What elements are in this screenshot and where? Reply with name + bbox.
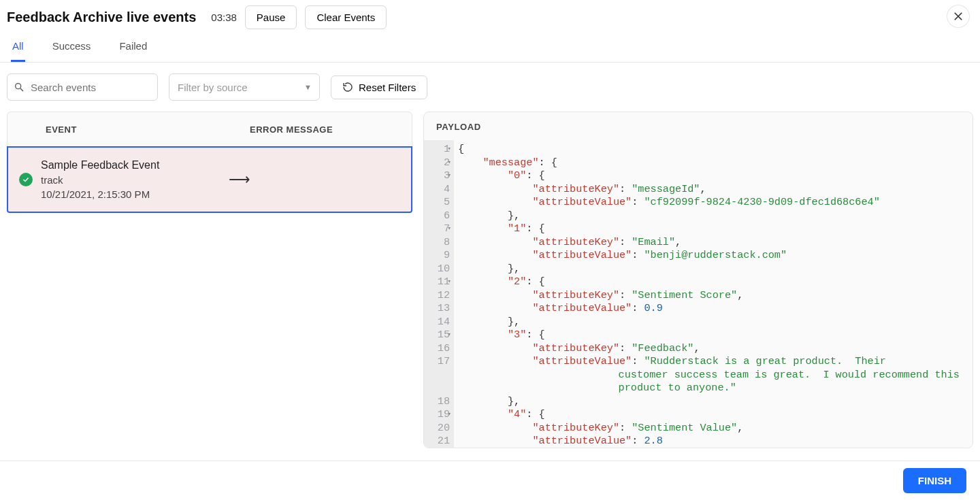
status-success-icon <box>19 173 33 186</box>
search-icon <box>14 82 24 93</box>
search-input[interactable] <box>7 73 158 101</box>
footer: FINISH <box>0 461 980 500</box>
payload-panel: PAYLOAD 1▾2▾3▾4567▾891011▾12131415▾1617 … <box>423 112 973 448</box>
close-icon <box>952 10 964 22</box>
column-error-message: ERROR MESSAGE <box>250 124 401 135</box>
tab-all[interactable]: All <box>11 40 25 62</box>
reset-filters-button[interactable]: Reset Filters <box>331 76 427 99</box>
tab-success[interactable]: Success <box>51 40 93 62</box>
event-timestamp: 10/21/2021, 2:15:30 PM <box>41 188 159 200</box>
tab-failed[interactable]: Failed <box>118 40 148 62</box>
source-filter-placeholder: Filter by source <box>178 82 248 93</box>
clear-events-button[interactable]: Clear Events <box>305 5 387 29</box>
event-row[interactable]: Sample Feedback Event track 10/21/2021, … <box>7 146 412 213</box>
svg-point-0 <box>16 84 21 89</box>
header: Feedback Archive live events 03:38 Pause… <box>0 0 980 29</box>
reset-filters-label: Reset Filters <box>359 82 416 93</box>
refresh-icon <box>342 82 353 93</box>
column-event: EVENT <box>18 124 250 135</box>
payload-code[interactable]: 1▾2▾3▾4567▾891011▾12131415▾1617 1819▾202… <box>424 139 973 448</box>
page-title: Feedback Archive live events <box>7 10 196 25</box>
header-time: 03:38 <box>211 12 237 23</box>
payload-title: PAYLOAD <box>424 112 973 139</box>
close-button[interactable] <box>947 5 969 27</box>
finish-button[interactable]: FINISH <box>903 468 966 493</box>
source-filter-select[interactable]: Filter by source <box>169 73 320 101</box>
tabs: All Success Failed <box>0 29 980 63</box>
arrow-right-icon: ⟶ <box>229 171 250 188</box>
event-type: track <box>41 174 159 186</box>
filters-bar: Filter by source ▼ Reset Filters <box>0 63 980 112</box>
events-table-header: EVENT ERROR MESSAGE <box>7 112 412 147</box>
pause-button[interactable]: Pause <box>245 5 297 29</box>
event-name: Sample Feedback Event <box>41 159 159 171</box>
